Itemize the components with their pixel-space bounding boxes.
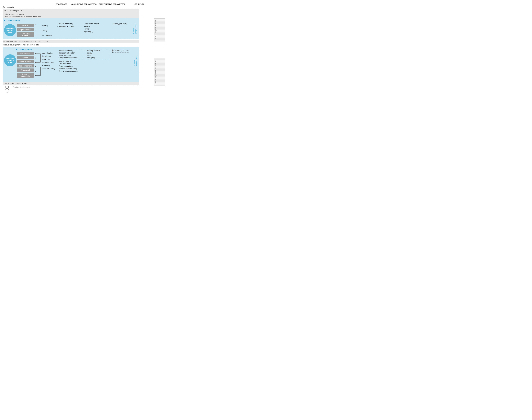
process-mixing: mixing	[42, 30, 55, 32]
bracket-arrows-top	[34, 22, 42, 38]
lca-b-wrapper: - Quantity (Kg or m²)	[113, 49, 129, 53]
sub-element-boxes: Sub-element Element Super - element Sub-…	[17, 52, 34, 78]
quantitative-params-top: - Auxiliary materials - energy - water -…	[83, 22, 110, 35]
qual-param-1: - Geographical location	[57, 25, 82, 27]
a3-bottom-label: A3 manufacturing	[16, 48, 56, 50]
qualitative-bottom: Process technology Geographical location…	[57, 48, 84, 73]
bracket-svg-top	[34, 22, 42, 38]
a3-label-section: A3 manufacturing adaptivity on macro sca…	[4, 48, 56, 80]
dashed-qual-0: Process technology	[58, 50, 82, 52]
bottom-outer-box: A3 manufacturing adaptivity on macro sca…	[3, 47, 139, 85]
qual-param-0: - Process technology	[57, 23, 82, 25]
top-outer-box: Production stage A1-A3 A1 raw materials …	[3, 9, 139, 39]
dashed-qual-1: Geographical location	[58, 52, 82, 54]
proc-superass: super assembling	[42, 68, 56, 70]
dashed-qual-3: Complementary products	[58, 57, 82, 59]
lower-qual-1: - Data availability	[58, 63, 83, 65]
a2-label: A2 transport (materials to manufacturing…	[5, 15, 137, 17]
quant-b-2: - water	[86, 54, 109, 56]
material-boxes-top: material composite material commercial m…	[17, 24, 34, 37]
legend-area: Product development	[3, 86, 139, 93]
quant-param-0: - Auxiliary materials	[84, 23, 109, 25]
column-headers: PROCESSES QUALITATIVE PARAMETERS QUANTIT…	[53, 3, 139, 5]
dashed-lca-params: - Quantity (Kg or m²)	[113, 49, 129, 53]
side-label-bottom: Reused components, sub-systems	[154, 59, 165, 86]
lca-params-top: - Quantity (Kg or m²) + other pre-produc…	[111, 22, 138, 35]
adaptivity-micro-circle: adaptivity on micro scale	[4, 24, 16, 36]
quant-param-2: - water	[84, 28, 109, 30]
quant-b-1: - energy	[86, 52, 109, 54]
dashed-qual-2: Waste materials	[58, 54, 82, 56]
plus-other-bottom: + other components	[133, 55, 137, 66]
sub-el-4: Component	[17, 68, 34, 72]
a3-bottom-manufacturing: A3 manufacturing adaptivity on macro sca…	[3, 47, 139, 82]
side-label-top: Reused / Recycled materials	[154, 18, 165, 42]
a3-left-bottom: A3 manufacturing adaptivity on macro sca…	[4, 48, 56, 80]
legend-svg	[3, 86, 11, 93]
quantitative-bottom: - Auxiliary materials - energy - water -…	[84, 48, 111, 73]
sub-el-1: Element	[17, 56, 34, 59]
dashed-quant-params: - Auxiliary materials - energy - water -…	[85, 49, 110, 60]
a3-right-section-bottom: Process technology Geographical location…	[57, 48, 139, 73]
a1-label: A1 raw materials supply	[5, 13, 137, 15]
bottom-params-top-row: Process technology Geographical location…	[57, 48, 139, 73]
proc-rough: rough shaping	[42, 52, 56, 54]
lower-qual-4: - Type of actuation system	[58, 70, 83, 72]
plus-other-top: + other pre-products	[133, 23, 137, 34]
quantitative-header: QUANTITATIVE PARAMETERS	[98, 3, 126, 5]
page-container: PROCESSES QUALITATIVE PARAMETERS QUANTIT…	[3, 3, 166, 93]
quant-b-0: - Auxiliary materials	[86, 50, 109, 52]
quant-param-3: - packaging	[84, 30, 109, 32]
material-box-2: commercial material	[17, 32, 34, 37]
lca-bottom: - Quantity (Kg or m²) + other components	[111, 48, 139, 73]
sub-el-0: Sub-element	[17, 52, 34, 55]
side-labels: Reused / Recycled materials Reused compo…	[153, 3, 165, 93]
qualitative-header: QUALITATIVE PARAMETERS	[70, 3, 98, 5]
quant-param-1: - energy	[84, 25, 109, 27]
dashed-qual-params: Process technology Geographical location…	[58, 49, 83, 60]
processes-header: PROCESSES	[53, 3, 70, 5]
sub-el-5: Super - components	[17, 73, 34, 78]
sub-el-3: Sub-component	[17, 64, 34, 67]
process-formshaping: form shaping	[42, 34, 55, 36]
legend-product-dev: Product development	[13, 86, 30, 88]
bracket-arrows-bottom	[34, 52, 41, 80]
lower-qual-2: - Scale of adaptation	[58, 65, 83, 67]
transport-label: A2 transport (commercial material to man…	[3, 40, 139, 43]
a1a2-area: A1 raw materials supply A2 transport (ma…	[3, 12, 139, 18]
construction-label: Construction process A4-A5	[3, 82, 139, 85]
top-stage-label: Production stage A1-A3	[3, 9, 139, 12]
proc-final: final shaping	[42, 55, 56, 57]
svg-marker-24	[5, 88, 9, 93]
bottom-inner-left: adaptivity on macro scale Sub-element El…	[4, 52, 56, 80]
qualitative-params-top: - Process technology - Geographical loca…	[56, 22, 83, 35]
product-dev-label: Product development (single production s…	[3, 43, 139, 46]
process-refining: refining	[42, 25, 55, 27]
proc-finish: finishing off	[42, 58, 56, 60]
processes-list-bottom: rough shaping final shaping finishing of…	[42, 52, 56, 70]
bracket-svg-bottom	[34, 52, 41, 80]
material-box-1: composite material	[17, 28, 34, 31]
lower-qual-3: - Adaptive systems' family	[58, 68, 83, 70]
material-box-0: material	[17, 24, 34, 27]
proc-ass: assembling	[42, 64, 56, 66]
a3-right-section-top: - Process technology - Geographical loca…	[56, 22, 138, 35]
main-content: PROCESSES QUALITATIVE PARAMETERS QUANTIT…	[3, 3, 139, 93]
proc-subass: sub assembling	[42, 61, 56, 63]
processes-list-top: refining mixing form shaping	[42, 22, 55, 38]
a3-top-manufacturing: A3 manufacturing adaptivity on micro sca…	[3, 18, 139, 39]
quant-b-3: - packaging	[86, 57, 109, 59]
lower-qual-params: - Market availability - Data availabilit…	[58, 60, 83, 72]
pre-products-label: Pre-products	[3, 6, 139, 8]
lca-b-0: - Quantity (Kg or m²)	[113, 50, 129, 52]
lower-qual-0: - Market availability	[58, 60, 83, 62]
sub-el-2: Super - element	[17, 60, 34, 63]
a3-top-lbl: A3 manufacturing	[4, 19, 138, 21]
adaptivity-macro-circle: adaptivity on macro scale	[4, 54, 16, 66]
a3-left-section: adaptivity on micro scale material compo…	[4, 22, 55, 38]
lca-param-0: - Quantity (Kg or m²)	[112, 23, 127, 25]
svg-rect-23	[6, 86, 8, 88]
lca-header: LCA INPUTS	[126, 3, 152, 5]
